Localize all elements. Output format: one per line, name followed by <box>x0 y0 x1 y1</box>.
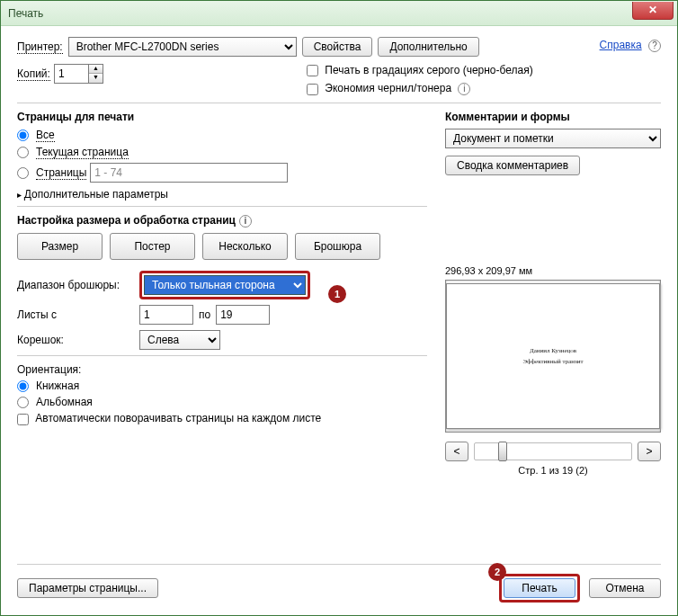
radio-portrait-label: Книжная <box>36 379 79 392</box>
copies-spinner[interactable]: ▲▼ <box>54 64 103 84</box>
highlight-annotation-2: Печать <box>499 574 580 603</box>
chevron-left-icon: < <box>453 445 459 458</box>
sheets-to-label: по <box>199 308 210 321</box>
callout-1: 1 <box>328 285 346 303</box>
next-page-button[interactable]: > <box>638 442 661 461</box>
grayscale-checkbox[interactable] <box>307 65 318 76</box>
print-button[interactable]: Печать <box>504 578 575 598</box>
close-icon: ✕ <box>648 4 657 16</box>
properties-button[interactable]: Свойства <box>302 37 373 57</box>
booklet-range-label: Диапазон брошюры: <box>17 279 134 291</box>
savetoner-label: Экономия чернил/тонера <box>325 82 451 94</box>
comments-section-title: Комментарии и формы <box>445 111 661 123</box>
sheets-from-input[interactable] <box>139 305 193 325</box>
close-button[interactable]: ✕ <box>632 2 674 20</box>
callout-2: 2 <box>488 563 506 581</box>
prev-page-button[interactable]: < <box>445 442 468 461</box>
size-button[interactable]: Размер <box>17 233 103 260</box>
dimensions-label: 296,93 x 209,97 мм <box>445 265 661 276</box>
binding-label: Корешок: <box>17 334 134 346</box>
multiple-button[interactable]: Несколько <box>202 233 288 260</box>
summarize-comments-button[interactable]: Сводка комментариев <box>445 156 580 175</box>
poster-button[interactable]: Постер <box>110 233 195 260</box>
sheets-from-label: Листы с <box>17 308 134 321</box>
comments-select[interactable]: Документ и пометки <box>445 129 661 148</box>
pages-range-input <box>90 163 288 183</box>
page-info: Стр. 1 из 19 (2) <box>445 465 661 476</box>
autorotate-label: Автоматически поворачивать страницы на к… <box>35 412 321 424</box>
copies-label: Копий: <box>17 67 50 81</box>
booklet-button[interactable]: Брошюра <box>295 233 380 260</box>
info-icon[interactable]: i <box>458 83 470 95</box>
print-preview: Даниил Кузнецов Эффективный транзит <box>445 280 661 433</box>
info-icon[interactable]: i <box>239 215 252 228</box>
page-slider[interactable] <box>474 442 632 460</box>
pages-section-title: Страницы для печати <box>17 111 427 123</box>
radio-all-label: Все <box>36 129 55 142</box>
window-title: Печать <box>8 7 632 20</box>
cancel-button[interactable]: Отмена <box>589 578 661 598</box>
grayscale-label: Печать в градациях серого (черно-белая) <box>325 64 532 76</box>
spin-up-icon[interactable]: ▲ <box>89 65 103 74</box>
radio-landscape[interactable] <box>17 397 29 408</box>
page-setup-button[interactable]: Параметры страницы... <box>17 578 158 598</box>
highlight-annotation-1: Только тыльная сторона <box>139 271 310 299</box>
copies-input[interactable] <box>54 64 88 84</box>
help-icon[interactable]: ? <box>648 40 661 52</box>
radio-pages[interactable] <box>17 167 29 179</box>
radio-landscape-label: Альбомная <box>36 396 93 408</box>
preview-text-1: Даниил Кузнецов <box>530 347 576 354</box>
spin-down-icon[interactable]: ▼ <box>89 74 103 83</box>
binding-select[interactable]: Слева <box>139 330 220 350</box>
radio-all[interactable] <box>17 129 29 141</box>
chevron-right-icon: > <box>646 445 652 458</box>
advanced-button[interactable]: Дополнительно <box>378 37 478 57</box>
help-link[interactable]: Справка <box>600 39 642 51</box>
radio-current-label: Текущая страница <box>36 146 129 159</box>
sheets-to-input[interactable] <box>216 305 270 325</box>
printer-select[interactable]: Brother MFC-L2700DN series <box>68 37 297 57</box>
autorotate-checkbox[interactable] <box>17 414 29 425</box>
radio-pages-label: Страницы <box>36 166 86 180</box>
radio-portrait[interactable] <box>17 380 29 392</box>
radio-current[interactable] <box>17 147 29 158</box>
booklet-range-select[interactable]: Только тыльная сторона <box>144 275 306 295</box>
orientation-label: Ориентация: <box>17 363 427 376</box>
printer-label: Принтер: <box>17 40 63 54</box>
slider-thumb[interactable] <box>498 442 507 461</box>
sizing-section-title: Настройка размера и обработка страницi <box>17 214 427 228</box>
more-params-disclosure[interactable]: Дополнительные параметры <box>17 188 427 201</box>
savetoner-checkbox[interactable] <box>307 84 318 95</box>
preview-text-2: Эффективный транзит <box>522 358 583 365</box>
